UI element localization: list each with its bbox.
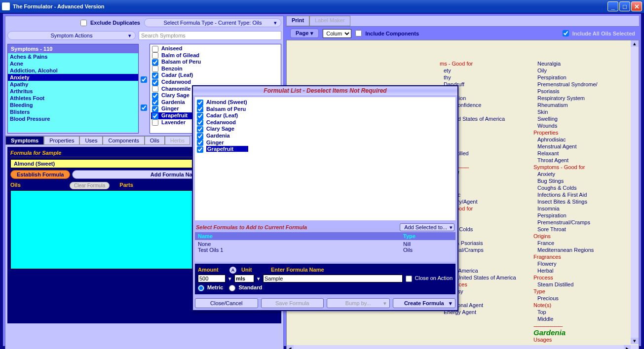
symptoms-list[interactable]: Aches & PainsAcneAddiction, AlcoholAnxie… (8, 53, 138, 132)
add-selected-dropdown[interactable]: Add Selected to... (400, 223, 455, 231)
minimize-button[interactable]: _ (607, 1, 618, 11)
create-formula-button[interactable]: Create Formula (393, 298, 456, 308)
page-dropdown[interactable]: Page (290, 29, 319, 38)
horizontal-scrollbar[interactable] (287, 345, 639, 349)
right-tabs: PrintLabel Maker (286, 16, 639, 27)
establish-formula-button[interactable]: Establish Formula (10, 170, 70, 179)
symptom-item[interactable]: Acne (8, 60, 138, 67)
oil-item[interactable]: Balsam of Peru (151, 59, 280, 66)
modal-item[interactable]: Gardenia (197, 133, 454, 140)
symptom-item[interactable]: Blood Pressure (8, 115, 138, 122)
tab-print[interactable]: Print (286, 16, 309, 26)
clear-formula-button[interactable]: Clear Formula (70, 182, 110, 189)
symptom-item[interactable]: Addiction, Alcohol (8, 67, 138, 74)
app-title: The Formulator - Advanced Version (13, 3, 607, 9)
symptom-item[interactable]: Athletes Foot (8, 95, 138, 102)
table-header-type: Type (403, 233, 453, 239)
parts-column-label: Parts (119, 182, 133, 189)
formula-type-dropdown[interactable]: Select Formula Type - Current Type: Oils (144, 18, 281, 27)
modal-item[interactable]: Cadar (Leaf) (197, 112, 454, 119)
oil-item[interactable]: Aniseed (151, 45, 280, 52)
symptom-item[interactable]: Arthritus (8, 88, 138, 95)
titlebar: The Formulator - Advanced Version _ □ ✕ (0, 0, 644, 13)
symptom-item[interactable]: Bleeding (8, 102, 138, 108)
column-select[interactable]: Colum (323, 29, 351, 38)
unit-stepper-icon[interactable]: ▾ (257, 276, 260, 282)
dialog-checklist[interactable]: Almond (Sweet) Balsam of Peru Cadar (Lea… (195, 97, 455, 220)
amount-input[interactable] (198, 275, 226, 282)
include-all-oils-checkbox[interactable]: Include All Oils Selected (563, 30, 635, 36)
tab-uses[interactable]: Uses (79, 136, 103, 145)
modal-item[interactable]: Cedarwood (197, 119, 454, 126)
unit-select[interactable] (234, 275, 254, 282)
oil-item[interactable]: Cedarwood (151, 79, 280, 86)
symptom-actions-dropdown[interactable]: Symptom Actions (7, 31, 136, 40)
oil-item[interactable]: Balm of Gilead (151, 52, 280, 59)
symptom-item[interactable]: Blisters (8, 108, 138, 115)
modal-item[interactable]: Almond (Sweet) (197, 99, 454, 106)
modal-item[interactable]: Balsam of Peru (197, 106, 454, 113)
formula-name-label: Enter Formula Name (271, 267, 453, 274)
tab-oils[interactable]: Oils (145, 136, 165, 145)
tab-symptoms[interactable]: Symptoms (5, 136, 44, 145)
symptoms-box: Symptoms - 110 Aches & PainsAcneAddictio… (7, 44, 139, 134)
table-header-name: Name (198, 233, 403, 239)
modal-item[interactable]: Ginger (197, 140, 454, 146)
close-button[interactable]: ✕ (631, 1, 642, 11)
dialog-subheader: Select Formulas to Add to Current Formul… (196, 224, 307, 230)
close-on-action-checkbox[interactable]: Close on Action (406, 275, 453, 282)
side-check-2[interactable] (141, 105, 147, 111)
unit-label: Unit (241, 267, 266, 274)
oil-item[interactable]: Benzoin (151, 66, 280, 72)
amount-badge-icon: A (229, 267, 236, 274)
search-symptoms-input[interactable] (139, 31, 281, 40)
symptom-item[interactable]: Anxiety (8, 74, 138, 81)
amount-stepper-icon[interactable]: ▾ (228, 276, 231, 282)
dialog-title: Formulat List - Deselect Items Not Requi… (193, 86, 457, 95)
close-cancel-button[interactable]: Close/Cancel (195, 298, 258, 308)
table-row[interactable]: NoneNill (198, 241, 453, 247)
table-row[interactable]: Test Oils 1Oils (198, 247, 453, 253)
tab-label-maker[interactable]: Label Maker (309, 16, 350, 26)
maximize-button[interactable]: □ (619, 1, 630, 11)
save-formula-button[interactable]: Save Formula (261, 298, 324, 308)
tab-herbs[interactable]: Herbs (165, 136, 190, 145)
modal-item[interactable]: Grapefruit (197, 146, 454, 153)
symptom-item[interactable]: Apathy (8, 81, 138, 88)
symptoms-header: Symptoms - 110 (8, 44, 138, 53)
side-check-1[interactable] (141, 76, 147, 83)
exclude-duplicates-checkbox[interactable]: Exclude Duplicates (80, 20, 140, 26)
formula-table[interactable]: NoneNillTest Oils 1Oils (195, 240, 455, 262)
modal-item[interactable]: Clary Sage (197, 126, 454, 133)
metric-radio[interactable]: Metric (198, 284, 223, 291)
include-components-checkbox[interactable]: Include Components (355, 30, 419, 36)
amount-label: Amount (198, 267, 227, 274)
doc-column-2: NeuralgiaOilyPerspirationPremenstrual Sy… (533, 60, 617, 343)
vertical-scrollbar[interactable] (631, 40, 639, 344)
oil-item[interactable]: Cadar (Leaf) (151, 72, 280, 79)
formula-name-input[interactable] (263, 275, 403, 282)
formula-list-dialog: Formulat List - Deselect Items Not Requi… (192, 85, 458, 311)
tab-components[interactable]: Components (103, 136, 144, 145)
standard-radio[interactable]: Standard (229, 284, 262, 291)
oils-column-label: Oils (10, 182, 70, 189)
bump-by-dropdown[interactable]: Bump by... (327, 298, 390, 308)
symptom-item[interactable]: Aches & Pains (8, 53, 138, 60)
tab-properties[interactable]: Properties (44, 136, 79, 145)
app-icon (2, 2, 10, 10)
